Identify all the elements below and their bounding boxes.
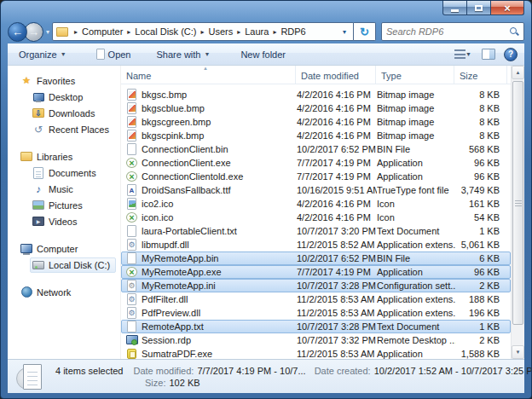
close-button[interactable]: ×: [490, 1, 524, 15]
sidebar-item-pictures[interactable]: Pictures: [8, 197, 120, 213]
organize-label: Organize: [19, 49, 57, 60]
breadcrumb-item[interactable]: Computer: [82, 26, 123, 37]
file-date-modified: 4/2/2016 4:16 PM: [297, 212, 377, 223]
change-view-button[interactable]: ▼: [453, 46, 473, 62]
address-bar: ▸Computer▸Local Disk (C:)▸Users▸Laura▸RD…: [52, 22, 376, 41]
file-name: bkgsc.bmp: [142, 90, 187, 100]
sidebar-item-network[interactable]: Network: [8, 284, 120, 300]
file-name: RemoteApp.txt: [142, 321, 204, 332]
file-row[interactable]: libmupdf.dll 11/2/2015 8:52 AM Applicati…: [121, 238, 511, 252]
file-type: Application extens...: [377, 294, 455, 304]
desktop-icon: [32, 91, 44, 103]
open-button[interactable]: Open: [89, 45, 139, 63]
sidebar-item-documents[interactable]: Documents: [8, 165, 120, 181]
organize-button[interactable]: Organize▼: [11, 46, 74, 63]
sidebar-item-local-disk-c-[interactable]: Local Disk (C:): [8, 257, 120, 273]
file-size: 54 KB: [455, 212, 508, 223]
chevron-down-icon: ▼: [61, 51, 66, 57]
scroll-up-button[interactable]: ▲: [512, 66, 524, 79]
file-type: Bitmap image: [377, 103, 455, 113]
file-row[interactable]: ConnectionClientold.exe 7/7/2017 4:19 PM…: [121, 170, 511, 183]
help-button[interactable]: ?: [504, 48, 518, 61]
breadcrumb-item[interactable]: Laura: [245, 26, 269, 37]
search-icon[interactable]: [509, 26, 519, 37]
downloads-icon: [32, 107, 44, 119]
file-row[interactable]: DroidSansFallback.ttf 10/16/2015 9:51 AM…: [121, 183, 511, 197]
share-with-button[interactable]: Share with▼: [149, 46, 218, 63]
recent-pages-dropdown-icon[interactable]: ▾: [46, 28, 49, 36]
breadcrumb-item[interactable]: Local Disk (C:): [135, 26, 196, 37]
column-header-type[interactable]: Type: [376, 66, 454, 84]
sumatra-file-icon: [126, 348, 137, 359]
scrollbar-thumb[interactable]: [512, 81, 523, 325]
file-size: 8 KB: [455, 90, 508, 100]
sidebar-item-desktop[interactable]: Desktop: [8, 89, 120, 105]
search-input[interactable]: [386, 26, 509, 37]
vertical-scrollbar[interactable]: ▲ ▼: [511, 66, 524, 359]
sidebar-item-recent-places[interactable]: Recent Places: [8, 121, 120, 137]
client-area: Organize▼ Open Share with▼ New folder ▼ …: [8, 43, 524, 393]
refresh-button[interactable]: ↻: [354, 22, 376, 41]
breadcrumb-item[interactable]: RDP6: [280, 26, 305, 37]
file-row[interactable]: bkgsc.bmp 4/2/2016 4:16 PM Bitmap image …: [121, 88, 511, 101]
search-box[interactable]: [381, 22, 524, 41]
breadcrumb-item[interactable]: Users: [208, 26, 233, 37]
sidebar-item-favorites[interactable]: Favorites: [8, 72, 120, 89]
chevron-down-icon: ▼: [204, 51, 210, 57]
file-row[interactable]: bkgscpink.bmp 4/2/2016 4:16 PM Bitmap im…: [121, 129, 511, 142]
file-date-modified: 11/2/2015 8:52 AM: [297, 240, 377, 250]
address-dropdown-icon[interactable]: ▾: [339, 28, 350, 36]
file-row[interactable]: bkgscgreen.bmp 4/2/2016 4:16 PM Bitmap i…: [121, 115, 511, 129]
file-row[interactable]: PdfPreview.dll 11/2/2015 8:53 AM Applica…: [121, 306, 511, 320]
file-row[interactable]: ConnectionClient.exe 7/7/2017 4:19 PM Ap…: [121, 156, 511, 170]
back-button[interactable]: ←: [8, 22, 27, 42]
file-row[interactable]: MyRemoteApp.ini 10/7/2017 3:28 PM Config…: [121, 279, 511, 292]
preview-pane-button[interactable]: [480, 45, 497, 63]
sidebar-item-computer[interactable]: Computer: [8, 240, 120, 257]
sidebar-item-libraries[interactable]: Libraries: [8, 148, 120, 165]
file-row[interactable]: MyRemoteApp.bin 10/2/2017 6:52 PM BIN Fi…: [121, 252, 511, 265]
close-icon: ×: [504, 3, 511, 14]
file-row[interactable]: ico2.ico 4/2/2016 4:16 PM Icon 161 KB: [121, 197, 511, 211]
column-header-size[interactable]: Size: [454, 66, 507, 84]
file-row[interactable]: bkgscblue.bmp 4/2/2016 4:16 PM Bitmap im…: [121, 101, 511, 115]
sidebar-item-downloads[interactable]: Downloads: [8, 105, 120, 121]
column-header-date-modified[interactable]: Date modified: [296, 66, 376, 84]
sidebar-item-videos[interactable]: Videos: [8, 213, 120, 229]
file-size: 6 KB: [455, 253, 508, 263]
file-date-modified: 10/7/2017 3:20 PM: [297, 226, 377, 236]
file-row[interactable]: laura-PortableClient.txt 10/7/2017 3:20 …: [121, 224, 511, 238]
minimize-button[interactable]: [442, 1, 467, 15]
file-row[interactable]: SumatraPDF.exe 11/2/2015 8:53 AM Applica…: [121, 347, 511, 359]
column-header-name[interactable]: Name ▲: [121, 66, 296, 84]
file-size: 5,061 KB: [455, 240, 508, 250]
breadcrumb[interactable]: ▸Computer▸Local Disk (C:)▸Users▸Laura▸RD…: [52, 22, 354, 41]
file-row[interactable]: PdfFilter.dll 11/2/2015 8:53 AM Applicat…: [121, 292, 511, 306]
ttf-file-icon: [126, 184, 137, 196]
file-row[interactable]: MyRemoteApp.exe 7/7/2017 4:19 PM Applica…: [121, 265, 511, 279]
file-date-modified: 10/2/2017 6:52 PM: [297, 253, 377, 263]
file-size: 2 KB: [455, 280, 508, 291]
sidebar-item-label: Documents: [49, 168, 96, 178]
scrollbar-grip-icon: [515, 200, 522, 206]
file-type: Application: [377, 267, 455, 277]
sidebar-item-music[interactable]: Music: [8, 181, 120, 197]
file-size: 8 KB: [455, 103, 508, 113]
file-date-modified: 7/7/2017 4:19 PM: [297, 171, 377, 182]
file-row[interactable]: icon.ico 4/2/2016 4:16 PM Icon 54 KB: [121, 211, 511, 224]
file-name: ico2.ico: [142, 199, 173, 209]
dll-file-icon: [126, 239, 137, 251]
scroll-down-button[interactable]: ▼: [512, 345, 524, 359]
file-date-modified: 4/2/2016 4:16 PM: [297, 199, 377, 209]
maximize-button[interactable]: [467, 1, 490, 15]
drive-icon: [32, 259, 44, 271]
file-size: 1,588 KB: [455, 349, 508, 359]
computer-icon: [20, 243, 32, 255]
file-row[interactable]: ConnectionClient.bin 10/2/2017 6:52 PM B…: [121, 142, 511, 156]
file-type: Icon: [377, 199, 455, 209]
file-row[interactable]: Session.rdp 10/7/2017 3:32 PM Remote Des…: [121, 333, 511, 347]
title-bar[interactable]: ×: [1, 1, 531, 20]
file-row[interactable]: RemoteApp.txt 10/7/2017 3:28 PM Text Doc…: [121, 320, 511, 333]
new-folder-button[interactable]: New folder: [233, 46, 293, 63]
date-column-label: Date modified: [301, 71, 359, 81]
